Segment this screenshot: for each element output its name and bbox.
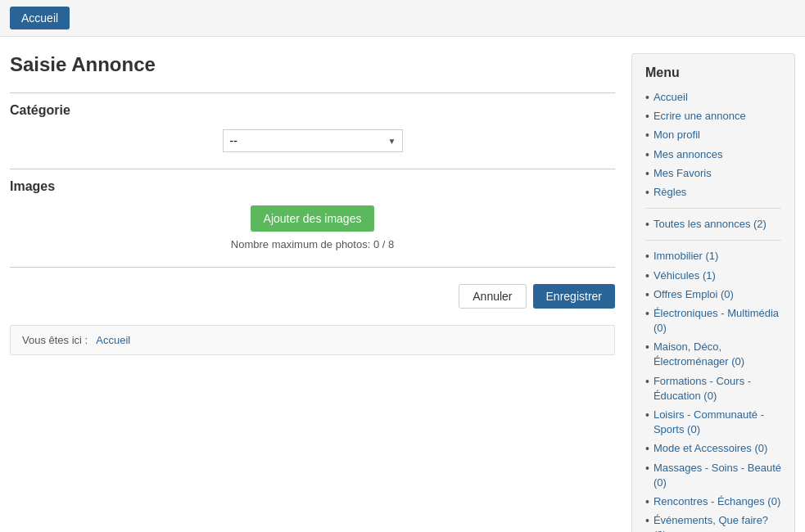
sidebar-item-ecrire: Ecrire une annonce xyxy=(645,109,781,124)
sidebar-item-vehicules: Véhicules (1) xyxy=(645,268,781,283)
breadcrumb: Vous êtes ici : Accueil xyxy=(10,325,615,355)
sidebar-item-formations: Formations - Cours - Éducation (0) xyxy=(645,374,781,404)
accueil-top-button[interactable]: Accueil xyxy=(10,7,70,29)
sidebar-item-loisirs: Loisirs - Communauté - Sports (0) xyxy=(645,408,781,437)
sidebar-link-loisirs[interactable]: Loisirs - Communauté - Sports (0) xyxy=(653,408,781,437)
sidebar-link-evenements[interactable]: Événements, Que faire? (0) xyxy=(653,513,781,532)
images-label: Images xyxy=(10,179,615,194)
buttons-row: Annuler Enregistrer xyxy=(10,284,615,309)
sidebar-category-list: Toutes les annonces (2) xyxy=(645,217,781,232)
sidebar-item-rencontres: Rencontres - Échanges (0) xyxy=(645,494,781,509)
category-select[interactable]: -- Immobilier Véhicules Offres Emploi Él… xyxy=(223,129,403,152)
add-images-button[interactable]: Ajouter des images xyxy=(251,205,375,232)
breadcrumb-prefix: Vous êtes ici : xyxy=(22,334,88,346)
sidebar-item-evenements: Événements, Que faire? (0) xyxy=(645,513,781,532)
sidebar-link-accueil[interactable]: Accueil xyxy=(653,90,688,105)
sidebar-cats-list: Immobilier (1) Véhicules (1) Offres Empl… xyxy=(645,249,781,532)
page-title: Saisie Annonce xyxy=(10,53,615,76)
sidebar-item-electroniques: Électroniques - Multimédia (0) xyxy=(645,306,781,336)
sidebar-link-favoris[interactable]: Mes Favoris xyxy=(653,166,712,181)
category-label: Catégorie xyxy=(10,103,615,118)
sidebar-item-regles: Règles xyxy=(645,185,781,200)
breadcrumb-link[interactable]: Accueil xyxy=(96,334,130,346)
sidebar-item-mode: Mode et Accessoires (0) xyxy=(645,441,781,456)
sidebar-title: Menu xyxy=(645,65,781,80)
sidebar-link-regles[interactable]: Règles xyxy=(653,185,686,200)
photo-count-text: Nombre maximum de photos: 0 / 8 xyxy=(231,238,394,250)
sidebar-link-mode[interactable]: Mode et Accessoires (0) xyxy=(653,441,767,456)
sidebar-link-vehicules[interactable]: Véhicules (1) xyxy=(653,268,716,283)
sidebar-link-ecrire[interactable]: Ecrire une annonce xyxy=(653,109,746,124)
sidebar-item-mes-annonces: Mes annonces xyxy=(645,147,781,162)
sidebar-link-offres-emploi[interactable]: Offres Emploi (0) xyxy=(653,287,734,302)
sidebar: Menu Accueil Ecrire une annonce Mon prof… xyxy=(631,53,795,532)
sidebar-item-offres-emploi: Offres Emploi (0) xyxy=(645,287,781,302)
category-select-wrapper: -- Immobilier Véhicules Offres Emploi Él… xyxy=(223,129,403,152)
cancel-button[interactable]: Annuler xyxy=(459,284,526,309)
sidebar-link-toutes[interactable]: Toutes les annonces (2) xyxy=(653,217,767,232)
sidebar-link-massages[interactable]: Massages - Soins - Beauté (0) xyxy=(653,461,781,490)
sidebar-link-electroniques[interactable]: Électroniques - Multimédia (0) xyxy=(653,306,781,336)
content-area: Saisie Annonce Catégorie -- Immobilier V… xyxy=(10,53,615,532)
sidebar-link-formations[interactable]: Formations - Cours - Éducation (0) xyxy=(653,374,781,404)
sidebar-link-maison[interactable]: Maison, Déco, Électroménager (0) xyxy=(653,340,781,369)
form-divider xyxy=(10,267,615,268)
sidebar-divider-2 xyxy=(645,240,781,241)
save-button[interactable]: Enregistrer xyxy=(533,284,615,309)
sidebar-item-maison: Maison, Déco, Électroménager (0) xyxy=(645,340,781,369)
sidebar-item-toutes: Toutes les annonces (2) xyxy=(645,217,781,232)
sidebar-item-favoris: Mes Favoris xyxy=(645,166,781,181)
sidebar-item-accueil: Accueil xyxy=(645,90,781,105)
sidebar-menu-list: Accueil Ecrire une annonce Mon profil Me… xyxy=(645,90,781,200)
sidebar-link-mes-annonces[interactable]: Mes annonces xyxy=(653,147,723,162)
sidebar-link-immobilier[interactable]: Immobilier (1) xyxy=(653,249,718,264)
sidebar-item-profil: Mon profil xyxy=(645,128,781,142)
sidebar-link-rencontres[interactable]: Rencontres - Échanges (0) xyxy=(653,494,780,509)
images-section: Images Ajouter des images Nombre maximum… xyxy=(10,169,615,250)
sidebar-item-immobilier: Immobilier (1) xyxy=(645,249,781,264)
sidebar-divider xyxy=(645,208,781,209)
sidebar-item-massages: Massages - Soins - Beauté (0) xyxy=(645,461,781,490)
sidebar-link-profil[interactable]: Mon profil xyxy=(653,128,700,142)
category-section: Catégorie -- Immobilier Véhicules Offres… xyxy=(10,92,615,152)
